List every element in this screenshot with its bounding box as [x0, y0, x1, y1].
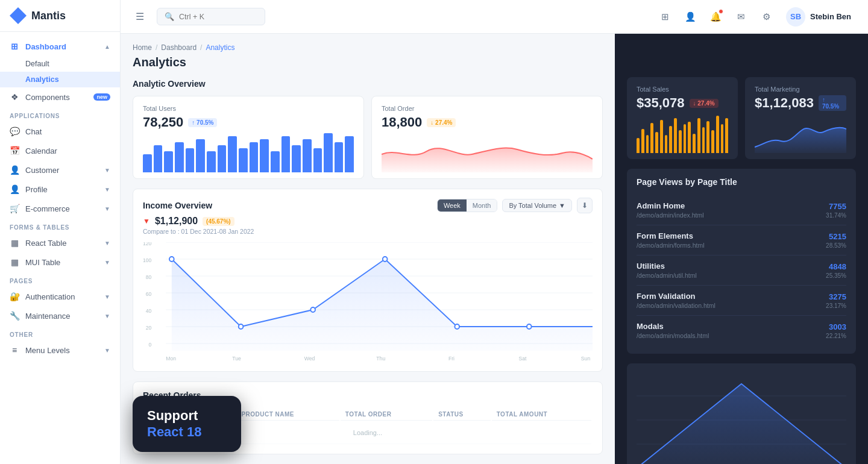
- sidebar-item-default[interactable]: Default: [0, 56, 120, 72]
- support-text-line1: Support: [147, 408, 227, 424]
- user-switch-button[interactable]: 👤: [680, 7, 700, 27]
- sidebar-item-ecommerce[interactable]: 🛒 E-commerce ▼: [0, 199, 120, 218]
- section-pages: Pages: [0, 272, 120, 287]
- sidebar-item-analytics[interactable]: Analytics: [0, 72, 120, 87]
- chart-bar: [697, 118, 700, 153]
- breadcrumb-home[interactable]: Home: [133, 43, 152, 52]
- svg-text:Sun: Sun: [581, 356, 590, 362]
- chart-bar: [218, 145, 227, 172]
- user-menu[interactable]: SB Stebin Ben: [781, 5, 856, 29]
- col-product: PRODUCT NAME: [236, 409, 339, 421]
- sidebar-calendar-label: Calendar: [25, 146, 57, 155]
- chart-bar: [175, 142, 184, 172]
- total-sales-badge: ↓ 27.4%: [690, 99, 719, 108]
- support-text-line2: React 18: [147, 424, 227, 440]
- total-marketing-badge: ↑ 70.5%: [819, 95, 846, 111]
- pv-count: 3275: [826, 292, 846, 301]
- chevron-up-icon: ▲: [104, 43, 110, 50]
- apps-button[interactable]: ⊞: [655, 7, 675, 27]
- sidebar-item-maintenance[interactable]: 🔧 Maintenance ▼: [0, 306, 120, 325]
- search-box[interactable]: 🔍: [157, 8, 265, 25]
- income-badge: (45.67%): [203, 217, 234, 226]
- search-input[interactable]: [179, 13, 257, 21]
- total-sales-label: Total Sales: [637, 86, 728, 93]
- sidebar-mui-table-label: MUI Table: [25, 258, 60, 267]
- sidebar: Mantis ⊞ Dashboard ▲ Default Analytics ❖…: [0, 0, 121, 464]
- chevron-right-icon2: ▼: [104, 186, 110, 193]
- notification-badge: [719, 9, 723, 14]
- total-users-card: Total Users 78,250 ↑ 70.5%: [133, 96, 364, 179]
- total-marketing-row: $1,12,083 ↑ 70.5%: [755, 95, 846, 111]
- volume-select-label: By Total Volume: [509, 202, 556, 209]
- svg-text:Sat: Sat: [519, 356, 527, 362]
- sidebar-item-chat[interactable]: 💬 Chat: [0, 122, 120, 141]
- month-button[interactable]: Month: [467, 199, 497, 212]
- pv-right: 4848 25.35%: [826, 262, 846, 279]
- sidebar-item-mui-table[interactable]: ▦ MUI Table ▼: [0, 252, 120, 272]
- income-chart: 120 100 80 60 40 20 0: [143, 242, 593, 363]
- pv-pct: 31.74%: [826, 212, 846, 219]
- total-sales-row: $35,078 ↓ 27.4%: [637, 95, 728, 111]
- svg-point-18: [454, 324, 459, 329]
- breadcrumb-dashboard[interactable]: Dashboard: [161, 43, 197, 52]
- sidebar-logo[interactable]: Mantis: [0, 0, 120, 32]
- download-button[interactable]: ⬇: [577, 198, 593, 213]
- chart-bar: [679, 130, 682, 153]
- pv-count: 5215: [826, 232, 846, 241]
- profile-icon: 👤: [10, 184, 19, 194]
- chart-bar: [693, 134, 696, 153]
- sidebar-item-menu-levels[interactable]: ≡ Menu Levels ▼: [0, 340, 120, 360]
- sidebar-item-components[interactable]: ❖ Components new: [0, 87, 120, 107]
- sidebar-item-profile[interactable]: 👤 Profile ▼: [0, 180, 120, 199]
- page-view-item: Form Validation /demo/admin/validation.h…: [637, 286, 846, 316]
- svg-point-14: [169, 257, 174, 262]
- settings-button[interactable]: ⚙: [756, 7, 776, 27]
- page-view-item: Utilities /demo/admin/util.html 4848 25.…: [637, 256, 846, 286]
- breadcrumb-sep2: /: [200, 43, 202, 52]
- chart-bar: [292, 145, 301, 172]
- section-forms-tables: Forms & Tables: [0, 218, 120, 233]
- pv-right: 5215 28.53%: [826, 232, 846, 249]
- components-icon: ❖: [10, 92, 19, 102]
- pv-name: Form Validation: [637, 292, 715, 301]
- chart-bar: [684, 124, 687, 153]
- sidebar-item-dashboard[interactable]: ⊞ Dashboard ▲: [0, 37, 120, 56]
- main-wrapper: ☰ 🔍 ⊞ 👤 🔔 ✉ ⚙ SB Stebin Ben: [121, 0, 868, 464]
- sidebar-item-authentication[interactable]: 🔐 Authentication ▼: [0, 287, 120, 306]
- volume-select[interactable]: By Total Volume ▼: [502, 199, 572, 212]
- chevron-right-icon7: ▼: [104, 313, 110, 319]
- chart-bar: [650, 123, 653, 153]
- chart-bar: [239, 148, 248, 172]
- total-order-value: 18,800: [382, 114, 422, 130]
- svg-point-19: [527, 324, 532, 329]
- chart-bar: [725, 118, 728, 153]
- income-controls: Week Month By Total Volume ▼ ⬇: [437, 198, 593, 213]
- messages-button[interactable]: ✉: [731, 7, 751, 27]
- total-users-chart: [143, 136, 354, 172]
- content-dark: Total Sales $35,078 ↓ 27.4% Total Market…: [615, 34, 868, 464]
- page-title: Analytics: [133, 55, 603, 69]
- topbar-right: ⊞ 👤 🔔 ✉ ⚙ SB Stebin Ben: [655, 5, 856, 29]
- auth-icon: 🔐: [10, 292, 19, 301]
- sidebar-item-react-table[interactable]: ▦ React Table ▼: [0, 233, 120, 252]
- chart-bar: [196, 139, 205, 172]
- sidebar-item-calendar[interactable]: 📅 Calendar: [0, 141, 120, 160]
- col-total-amount: TOTAL AMOUNT: [492, 409, 591, 421]
- menu-toggle-button[interactable]: ☰: [130, 7, 149, 27]
- chart-bar: [281, 136, 291, 172]
- chart-bar: [669, 126, 672, 153]
- pv-url: /demo/admin/index.html: [637, 212, 703, 219]
- chart-bar: [154, 145, 163, 172]
- pv-left: Form Validation /demo/admin/validation.h…: [637, 292, 715, 309]
- week-button[interactable]: Week: [438, 199, 467, 212]
- notifications-button[interactable]: 🔔: [705, 7, 726, 27]
- support-react-popup[interactable]: Support React 18: [133, 396, 241, 452]
- sidebar-item-customer[interactable]: 👤 Customer ▼: [0, 160, 120, 180]
- total-marketing-card: Total Marketing $1,12,083 ↑ 70.5%: [745, 77, 856, 159]
- chart-bar: [271, 151, 280, 172]
- svg-text:80: 80: [146, 274, 152, 280]
- svg-text:Tue: Tue: [232, 356, 241, 362]
- pv-pct: 25.35%: [826, 272, 846, 279]
- pv-left: Admin Home /demo/admin/index.html: [637, 201, 703, 219]
- income-compare: Compare to : 01 Dec 2021-08 Jan 2022: [143, 228, 593, 235]
